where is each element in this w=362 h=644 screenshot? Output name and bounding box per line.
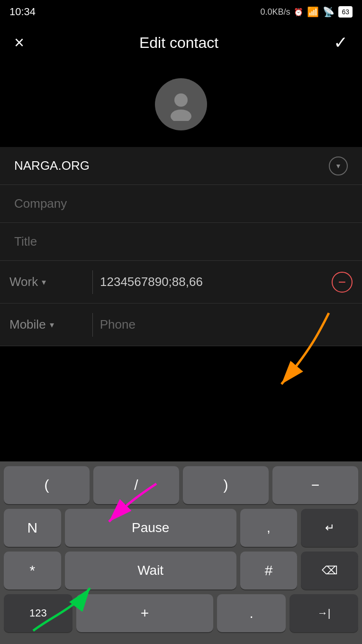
account-dropdown-button[interactable]: ▼ [329, 156, 348, 175]
battery-icon: 63 [338, 6, 353, 18]
key-hyphen[interactable]: − [272, 466, 358, 504]
key-backspace[interactable]: ⌫ [301, 552, 358, 589]
avatar-person-icon [164, 88, 198, 121]
keyboard: ( / ) − N Pause , ↵ * Wait # ⌫ 123 + . →… [0, 461, 362, 644]
top-bar: × Edit contact ✓ [0, 24, 362, 62]
work-phone-row: Work ▾ 1234567890;88,66 − [0, 261, 362, 304]
keyboard-row-4: 123 + . →| [4, 594, 358, 632]
key-close-paren[interactable]: ) [183, 466, 269, 504]
confirm-button[interactable]: ✓ [334, 34, 348, 51]
svg-point-1 [171, 110, 191, 121]
key-plus[interactable]: + [76, 594, 214, 632]
key-comma[interactable]: , [240, 509, 298, 547]
keyboard-row-3: * Wait # ⌫ [4, 552, 358, 589]
work-phone-label: Work [9, 275, 38, 289]
keyboard-row-2: N Pause , ↵ [4, 509, 358, 547]
key-return[interactable]: ↵ [301, 509, 358, 547]
mobile-phone-divider [92, 313, 93, 337]
signal-icon: 📶 [307, 6, 319, 18]
avatar[interactable] [155, 78, 207, 130]
key-wait[interactable]: Wait [65, 552, 236, 589]
account-name: NARGA.ORG [14, 158, 90, 173]
company-field[interactable] [14, 196, 348, 211]
key-hash[interactable]: # [240, 552, 298, 589]
svg-point-0 [174, 93, 188, 107]
phone-label-dropdown-icon: ▾ [42, 277, 46, 287]
title-row [0, 223, 362, 261]
mobile-phone-field[interactable] [100, 317, 353, 332]
phone-divider [92, 270, 93, 294]
chevron-down-icon: ▼ [335, 162, 342, 170]
mobile-phone-row: Mobile ▾ [0, 304, 362, 346]
status-bar: 10:34 0.0KB/s ⏰ 📶 📡 63 [0, 0, 362, 24]
phone-label-section: Work ▾ [9, 275, 85, 289]
account-row: NARGA.ORG ▼ [0, 147, 362, 185]
mobile-phone-label: Mobile [9, 317, 46, 332]
mobile-label-section: Mobile ▾ [9, 317, 85, 332]
key-tab[interactable]: →| [290, 594, 358, 632]
key-pause[interactable]: Pause [65, 509, 236, 547]
work-phone-value[interactable]: 1234567890;88,66 [100, 275, 327, 289]
key-n[interactable]: N [4, 509, 61, 547]
status-icons: 0.0KB/s ⏰ 📶 📡 63 [260, 6, 353, 18]
key-open-paren[interactable]: ( [4, 466, 90, 504]
form-section: NARGA.ORG ▼ [0, 147, 362, 261]
key-asterisk[interactable]: * [4, 552, 61, 589]
avatar-section[interactable] [0, 62, 362, 147]
remove-phone-button[interactable]: − [332, 272, 353, 293]
key-period[interactable]: . [217, 594, 286, 632]
title-field[interactable] [14, 234, 348, 249]
key-slash[interactable]: / [93, 466, 179, 504]
network-speed: 0.0KB/s [260, 7, 290, 17]
alarm-icon: ⏰ [294, 8, 303, 17]
company-row [0, 185, 362, 223]
key-123[interactable]: 123 [4, 594, 72, 632]
status-time: 10:34 [9, 6, 36, 18]
mobile-label-dropdown-icon: ▾ [50, 320, 54, 330]
keyboard-row-1: ( / ) − [4, 466, 358, 504]
close-button[interactable]: × [14, 34, 24, 51]
page-title: Edit contact [139, 34, 218, 52]
wifi-icon: 📡 [323, 6, 335, 18]
